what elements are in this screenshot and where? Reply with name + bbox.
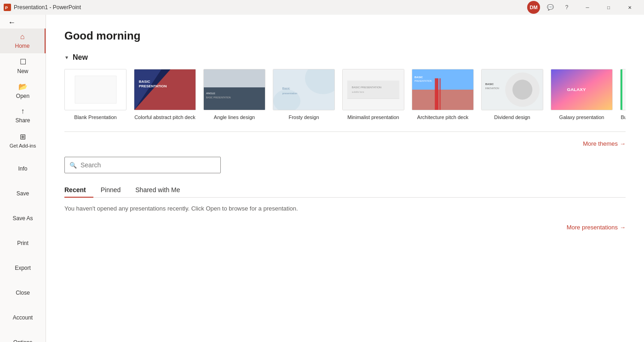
- minimize-button[interactable]: ─: [577, 0, 598, 15]
- greeting-text: Good morning: [64, 29, 626, 42]
- template-business-thumb: Basic presentation subtitle text here: [620, 69, 626, 110]
- user-avatar[interactable]: DM: [527, 1, 540, 14]
- template-angle-thumb: ANGLE BASIC PRESENTATION: [203, 69, 265, 110]
- template-minimalist-thumb: BASIC PRESENTATION subtitle here: [342, 69, 404, 110]
- svg-text:GALAXY: GALAXY: [567, 87, 586, 92]
- template-angle[interactable]: ANGLE BASIC PRESENTATION Angle lines des…: [203, 69, 265, 120]
- template-frosty-thumb: Basic presentation: [273, 69, 335, 110]
- sidebar-item-save[interactable]: Save: [0, 181, 46, 206]
- sidebar-item-account-label: Account: [13, 314, 33, 321]
- template-blank-label: Blank Presentation: [74, 114, 116, 120]
- main-content: Good morning ▾ New Blank Presentation: [46, 15, 644, 342]
- tab-recent-label: Recent: [64, 186, 86, 194]
- sidebar-item-open-label: Open: [16, 93, 29, 99]
- sidebar-item-saveas[interactable]: Save As: [0, 206, 46, 231]
- template-colorful-label: Colorful abstract pitch deck: [134, 114, 196, 120]
- sidebar-item-saveas-label: Save As: [12, 215, 33, 222]
- svg-rect-27: [439, 78, 441, 110]
- new-icon: ☐: [20, 57, 26, 66]
- sidebar-item-new-label: New: [17, 68, 28, 74]
- tab-shared[interactable]: Shared with Me: [135, 182, 187, 197]
- share-icon: ↑: [21, 107, 25, 115]
- more-presentations-arrow: →: [620, 224, 626, 231]
- template-galaxy[interactable]: GALAXY Galaxy presentation: [551, 69, 613, 120]
- sidebar-item-new[interactable]: ☐ New: [0, 53, 46, 78]
- svg-text:P: P: [5, 6, 8, 10]
- restore-button[interactable]: □: [598, 0, 619, 15]
- sidebar-item-info[interactable]: Info: [0, 156, 46, 181]
- more-themes-label: More themes: [583, 140, 618, 147]
- more-presentations-link[interactable]: More presentations →: [567, 224, 626, 231]
- svg-text:INNOVATION: INNOVATION: [485, 87, 499, 90]
- template-minimalist[interactable]: BASIC PRESENTATION subtitle here Minimal…: [342, 69, 404, 120]
- template-dividend-label: Dividend design: [494, 114, 530, 120]
- template-blank-thumb: [64, 69, 126, 110]
- template-architecture[interactable]: BASIC PRESENTATION Architecture pitch de…: [412, 69, 474, 120]
- tab-pinned[interactable]: Pinned: [101, 182, 128, 197]
- sidebar-item-export-label: Export: [15, 265, 31, 271]
- svg-rect-20: [347, 80, 399, 98]
- more-presentations-label: More presentations: [567, 224, 618, 231]
- svg-rect-38: [621, 69, 622, 110]
- titlebar-title: Presentation1 - PowerPoint: [14, 4, 81, 11]
- sidebar-item-home[interactable]: ⌂ Home: [0, 28, 46, 53]
- close-button[interactable]: ✕: [619, 0, 640, 15]
- sidebar-item-save-label: Save: [17, 190, 29, 197]
- tab-recent[interactable]: Recent: [64, 182, 93, 197]
- sidebar-item-close[interactable]: Close: [0, 280, 46, 305]
- sidebar-item-options-label: Options: [13, 339, 32, 342]
- window-controls: ─ □ ✕: [577, 0, 640, 15]
- sidebar-item-print-label: Print: [17, 240, 29, 246]
- template-dividend[interactable]: BASIC INNOVATION Dividend design: [481, 69, 543, 120]
- app-body: ← ⌂ Home ☐ New 📂 Open ↑ Share ⊞ Get Add-…: [0, 15, 644, 342]
- template-business[interactable]: Basic presentation subtitle text here Bu…: [620, 69, 626, 120]
- template-business-label: Business plan presentation: [621, 114, 626, 120]
- back-button[interactable]: ←: [4, 18, 20, 27]
- svg-text:BASIC: BASIC: [485, 83, 494, 86]
- sidebar-item-print[interactable]: Print: [0, 231, 46, 256]
- svg-rect-25: [412, 90, 473, 110]
- more-themes-arrow: →: [620, 140, 626, 147]
- template-galaxy-thumb: GALAXY: [551, 69, 613, 110]
- template-frosty[interactable]: Basic presentation Frosty design: [273, 69, 335, 120]
- help-button[interactable]: ?: [560, 1, 573, 14]
- template-galaxy-label: Galaxy presentation: [559, 114, 604, 120]
- templates-grid: Blank Presentation BASIC PRESENTATION Co…: [64, 69, 626, 124]
- svg-text:BASIC PRESENTATION: BASIC PRESENTATION: [352, 86, 381, 89]
- search-input[interactable]: [80, 161, 216, 169]
- svg-text:presentation: presentation: [282, 92, 298, 95]
- template-dividend-thumb: BASIC INNOVATION: [481, 69, 543, 110]
- svg-rect-3: [75, 76, 116, 103]
- sidebar-item-getaddins[interactable]: ⊞ Get Add-ins: [0, 128, 46, 153]
- more-themes-link[interactable]: More themes →: [583, 140, 626, 147]
- empty-state-text: You haven't opened any presentations rec…: [64, 205, 626, 212]
- sidebar-item-addins-label: Get Add-ins: [10, 143, 36, 148]
- svg-text:subtitle here: subtitle here: [352, 91, 364, 93]
- svg-text:BASIC PRESENTATION: BASIC PRESENTATION: [206, 97, 231, 99]
- svg-text:ANGLE: ANGLE: [206, 92, 215, 95]
- sidebar-bottom: Account Options: [0, 305, 46, 342]
- addins-icon: ⊞: [20, 132, 26, 141]
- templates-divider: [64, 131, 626, 132]
- sidebar-item-open[interactable]: 📂 Open: [0, 78, 46, 103]
- sidebar-item-share[interactable]: ↑ Share: [0, 103, 46, 128]
- template-colorful[interactable]: BASIC PRESENTATION Colorful abstract pit…: [134, 69, 196, 120]
- sidebar-item-account[interactable]: Account: [0, 305, 46, 330]
- new-section-header: ▾ New: [64, 53, 626, 62]
- template-architecture-thumb: BASIC PRESENTATION: [412, 69, 474, 110]
- template-architecture-label: Architecture pitch deck: [417, 114, 468, 120]
- template-blank[interactable]: Blank Presentation: [64, 69, 126, 120]
- sidebar-item-options[interactable]: Options: [0, 330, 46, 342]
- titlebar-right: DM 💬 ? ─ □ ✕: [527, 0, 640, 15]
- svg-text:Basic: Basic: [282, 87, 290, 90]
- svg-text:BASIC: BASIC: [414, 76, 423, 79]
- sidebar-item-close-label: Close: [16, 290, 30, 296]
- powerpoint-icon: P: [4, 4, 11, 11]
- comments-button[interactable]: 💬: [544, 1, 557, 14]
- template-angle-label: Angle lines design: [214, 114, 255, 120]
- titlebar: P Presentation1 - PowerPoint DM 💬 ? ─ □ …: [0, 0, 644, 15]
- svg-text:PRESENTATION: PRESENTATION: [414, 80, 432, 82]
- sidebar-item-home-label: Home: [15, 43, 29, 49]
- section-collapse-button[interactable]: ▾: [64, 53, 69, 62]
- sidebar-item-export[interactable]: Export: [0, 256, 46, 280]
